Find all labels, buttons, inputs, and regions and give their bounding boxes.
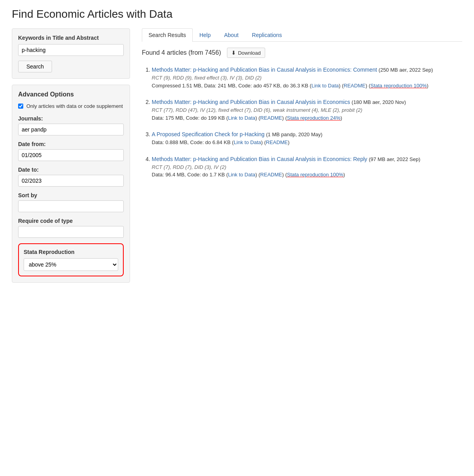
stata-link[interactable]: Stata reproduction 100% (287, 172, 343, 178)
tab-replications[interactable]: Replications (245, 28, 288, 41)
readme-link[interactable]: README (344, 83, 366, 89)
article-item-1: Methods Matter: p-Hacking and Publicatio… (152, 66, 462, 89)
main-content: Search ResultsHelpAboutReplications Foun… (142, 28, 462, 283)
article-item-3: A Proposed Specification Check for p-Hac… (152, 130, 462, 146)
article-item-4: Methods Matter: p-Hacking and Publicatio… (152, 155, 462, 179)
link-to-data[interactable]: Link to Data (228, 115, 255, 121)
sort-by-field: Sort by (18, 192, 124, 212)
date-to-field: Date to: (18, 167, 124, 187)
article-data: Compressed 1.51 MB, Data: 241 MB, Code: … (152, 82, 462, 90)
article-title-line: A Proposed Specification Check for p-Hac… (152, 130, 462, 139)
date-to-label: Date to: (18, 167, 124, 173)
article-title-line: Methods Matter: p-Hacking and Publicatio… (152, 98, 462, 106)
sidebar: Keywords in Title and Abstract Search Ad… (12, 28, 130, 283)
stata-link[interactable]: Stata reproduction 24% (287, 115, 340, 121)
stata-label: Stata Reproduction (24, 249, 118, 255)
journals-input[interactable] (18, 124, 124, 135)
article-title-line: Methods Matter: p-Hacking and Publicatio… (152, 155, 462, 163)
article-tags: RCT (77), RDD (47), IV (12), fixed effec… (152, 106, 462, 114)
article-meta: (250 MB aer, 2022 Sep) (379, 67, 433, 73)
link-to-data[interactable]: Link to Data (234, 139, 261, 145)
supplement-checkbox-row: Only articles with data or code suppleme… (18, 103, 124, 110)
download-label: Download (238, 50, 261, 56)
tab-about[interactable]: About (217, 28, 245, 41)
keywords-section: Keywords in Title and Abstract Search (12, 28, 130, 79)
article-title-link[interactable]: A Proposed Specification Check for p-Hac… (152, 131, 264, 137)
require-code-label: Require code of type (18, 218, 124, 224)
download-button[interactable]: ⬇ Download (227, 48, 265, 58)
article-meta: (180 MB aer, 2020 Nov) (351, 99, 406, 105)
page-title: Find Economic Articles with Data (12, 8, 462, 20)
require-code-field: Require code of type (18, 218, 124, 238)
stata-select[interactable]: above 25%above 50%above 75%100%any (24, 258, 118, 271)
supplement-checkbox[interactable] (18, 104, 23, 109)
require-code-input[interactable] (18, 226, 124, 238)
article-meta: (97 MB aer, 2022 Sep) (369, 156, 420, 162)
sort-by-input[interactable] (18, 200, 124, 212)
keywords-input[interactable] (18, 44, 124, 56)
link-to-data[interactable]: Link to Data (228, 172, 255, 178)
results-summary: Found 4 articles (from 7456) (142, 49, 221, 56)
article-item-2: Methods Matter: p-Hacking and Publicatio… (152, 98, 462, 122)
article-data: Data: 175 MB, Code: do 199 KB (Link to D… (152, 114, 462, 122)
readme-link[interactable]: README (260, 115, 282, 121)
sort-by-label: Sort by (18, 192, 124, 198)
readme-link[interactable]: README (260, 172, 282, 178)
article-title-link[interactable]: Methods Matter: p-Hacking and Publicatio… (152, 67, 377, 73)
date-to-input[interactable] (18, 175, 124, 187)
supplement-label: Only articles with data or code suppleme… (26, 103, 123, 110)
tabs-bar: Search ResultsHelpAboutReplications (142, 28, 462, 42)
advanced-options-title: Advanced Options (18, 91, 124, 98)
article-title-line: Methods Matter: p-Hacking and Publicatio… (152, 66, 462, 74)
article-tags: RCT (7), RDD (7), DID (3), IV (2) (152, 163, 462, 171)
tab-help[interactable]: Help (193, 28, 217, 41)
article-tags: RCT (9), RDD (9), fixed effect (3), IV (… (152, 74, 462, 82)
article-list: Methods Matter: p-Hacking and Publicatio… (142, 66, 462, 179)
date-from-input[interactable] (18, 149, 124, 161)
advanced-options-section: Advanced Options Only articles with data… (12, 85, 130, 283)
tab-search-results[interactable]: Search Results (142, 28, 193, 42)
link-to-data[interactable]: Link to Data (311, 83, 338, 89)
article-data: Data: 0.888 MB, Code: do 6.84 KB (Link t… (152, 139, 462, 146)
journals-label: Journals: (18, 115, 124, 122)
readme-link[interactable]: README (266, 139, 288, 145)
keywords-label: Keywords in Title and Abstract (18, 35, 124, 41)
results-header: Found 4 articles (from 7456) ⬇ Download (142, 48, 462, 58)
article-title-link[interactable]: Methods Matter: p-Hacking and Publicatio… (152, 156, 367, 162)
date-from-field: Date from: (18, 141, 124, 161)
article-meta: (1 MB pandp, 2020 May) (266, 132, 322, 137)
date-from-label: Date from: (18, 141, 124, 147)
journals-field: Journals: (18, 115, 124, 135)
stata-section: Stata Reproduction above 25%above 50%abo… (18, 243, 124, 276)
article-title-link[interactable]: Methods Matter: p-Hacking and Publicatio… (152, 99, 350, 105)
search-button[interactable]: Search (18, 61, 52, 72)
article-data: Data: 96.4 MB, Code: do 1.7 KB (Link to … (152, 171, 462, 179)
stata-link[interactable]: Stata reproduction 100% (370, 83, 427, 89)
download-icon: ⬇ (231, 50, 236, 56)
